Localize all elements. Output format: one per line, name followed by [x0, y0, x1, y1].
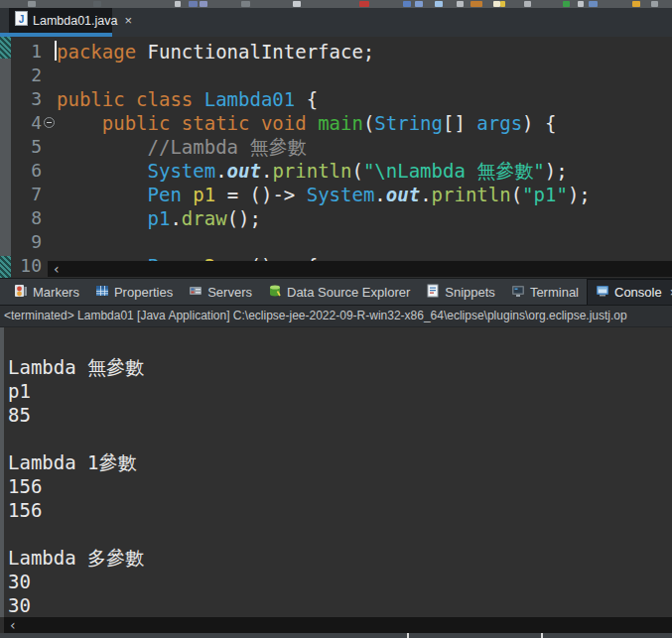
fold-collapse-icon[interactable] [44, 117, 55, 128]
scroll-left-icon[interactable]: ‹ [48, 262, 60, 276]
line-number[interactable]: 10 [11, 254, 42, 278]
code-token: //Lambda 無參數 [148, 136, 307, 158]
annotation-ruler[interactable] [0, 58, 11, 257]
toolbar-icon-fragment[interactable] [93, 1, 101, 7]
toolbar-icon-fragment[interactable] [293, 1, 301, 7]
toolbar-icon-fragment[interactable] [470, 1, 482, 7]
code-token: Lambda01 [204, 88, 296, 110]
code-token: = ()-> [215, 184, 307, 205]
code-editor[interactable]: 12345678910 package FunctionalInterface;… [0, 37, 672, 278]
tab-close-icon[interactable]: × [124, 14, 132, 27]
editor-hscrollbar[interactable]: ‹ [48, 261, 672, 277]
toolbar-icon-fragment[interactable] [457, 1, 464, 7]
code-token [307, 112, 318, 134]
line-numbers[interactable]: 12345678910 [11, 40, 42, 278]
panel-tab-label: Terminal [530, 285, 579, 300]
tab-properties[interactable]: Properties [87, 279, 181, 305]
code-line[interactable]: p1.draw(); [57, 206, 672, 230]
code-token: p1 [193, 184, 215, 205]
console-panel[interactable]: Lambda 無參數p185Lambda 1參數156156Lambda 多參數… [0, 327, 672, 617]
code-token: . [261, 160, 272, 182]
toolbar-icon-fragment[interactable] [435, 1, 443, 7]
code-token: public static void [102, 112, 307, 134]
code-token: "p1" [522, 184, 568, 205]
line-number[interactable]: 1 [11, 40, 42, 64]
tab-servers[interactable]: Servers [181, 279, 260, 305]
toolbar-icon-fragment[interactable] [563, 1, 570, 7]
code-line[interactable]: System.out.println("\nLambda 無參數"); [57, 159, 672, 183]
toolbar-icon-fragment[interactable] [493, 1, 500, 7]
code-token [193, 88, 203, 110]
toolbar-icon-fragment[interactable] [651, 1, 658, 7]
toolbar-icon-fragment[interactable] [28, 1, 36, 7]
line-number[interactable]: 8 [11, 206, 42, 230]
console-line [8, 522, 672, 546]
code-token: args [476, 112, 522, 134]
bottom-status-strip [0, 633, 672, 638]
code-token [57, 112, 102, 134]
editor-tab-bar: J Lambda01.java × [0, 8, 672, 37]
code-token: draw [182, 207, 227, 229]
code-token: p1 [148, 207, 171, 229]
console-line: p1 [8, 379, 672, 403]
code-line[interactable]: //Lambda 無參數 [57, 135, 672, 159]
tab-console[interactable]: Console× [587, 279, 672, 305]
line-number[interactable]: 5 [11, 135, 42, 159]
line-number[interactable]: 2 [11, 64, 42, 87]
splitter-tick[interactable] [407, 633, 409, 638]
code-token [57, 184, 148, 205]
line-number[interactable]: 9 [11, 230, 42, 254]
panel-tab-label: Servers [207, 285, 252, 300]
code-token: FunctionalInterface; [136, 41, 374, 63]
toolbar-icon-fragment[interactable] [415, 1, 423, 7]
toolbar-icon-fragment[interactable] [241, 1, 250, 7]
console-hscrollbar[interactable]: ‹ [4, 617, 672, 633]
toolbar-icon-fragment[interactable] [359, 1, 369, 7]
tab-terminal[interactable]: Terminal [503, 279, 587, 305]
tab-data-source-explorer[interactable]: Data Source Explorer [260, 279, 418, 305]
toolbar-strip [0, 0, 672, 8]
tab-markers[interactable]: Markers [6, 279, 87, 305]
scroll-left-icon[interactable]: ‹ [4, 618, 16, 632]
line-number[interactable]: 3 [11, 87, 42, 111]
toolbar-icon-fragment[interactable] [578, 1, 584, 7]
tab-snippets[interactable]: Snippets [418, 279, 503, 305]
code-lines[interactable]: package FunctionalInterface;public class… [57, 40, 672, 278]
line-number[interactable]: 6 [11, 159, 42, 183]
panel-tab-label: Data Source Explorer [287, 285, 410, 300]
console-line: Lambda 1參數 [8, 450, 672, 474]
line-number[interactable]: 7 [11, 183, 42, 206]
panel-tab-label: Snippets [445, 285, 495, 300]
code-token: println [432, 184, 511, 205]
toolbar-icon-fragment[interactable] [632, 1, 640, 7]
tab-lambda01-java[interactable]: J Lambda01.java × [9, 8, 112, 33]
code-token: . [420, 184, 431, 205]
code-token [57, 136, 148, 158]
code-line[interactable] [57, 64, 672, 87]
code-line[interactable]: Pen p1 = ()-> System.out.println("p1"); [57, 183, 672, 206]
code-line[interactable]: public static void main(String[] args) { [57, 111, 672, 135]
toolbar-icon-fragment[interactable] [200, 1, 207, 7]
console-line: 30 [8, 570, 672, 593]
toolbar-icon-fragment[interactable] [524, 1, 531, 7]
toolbar-icon-fragment[interactable] [500, 1, 505, 7]
code-line[interactable]: public class Lambda01 { [57, 87, 672, 111]
toolbar-icon-fragment[interactable] [175, 1, 181, 7]
console-output[interactable]: Lambda 無參數p185Lambda 1參數156156Lambda 多參數… [8, 331, 672, 617]
servers-icon [189, 284, 202, 301]
code-line[interactable]: package FunctionalInterface; [57, 40, 672, 64]
console-line: 156 [8, 474, 672, 498]
code-token: ( [511, 184, 522, 205]
code-line[interactable] [57, 230, 672, 254]
toolbar-icon-fragment[interactable] [589, 1, 598, 7]
line-number[interactable]: 4 [11, 111, 42, 135]
toolbar-icon-fragment[interactable] [189, 1, 198, 7]
properties-icon [95, 284, 109, 301]
code-token: String [374, 112, 443, 134]
snippets-icon [426, 284, 440, 301]
toolbar-icon-fragment[interactable] [403, 1, 411, 7]
code-token: ( [363, 112, 374, 134]
panel-tab-label: Markers [33, 285, 79, 300]
code-token: . [170, 207, 181, 229]
splitter-tick[interactable] [541, 633, 543, 638]
